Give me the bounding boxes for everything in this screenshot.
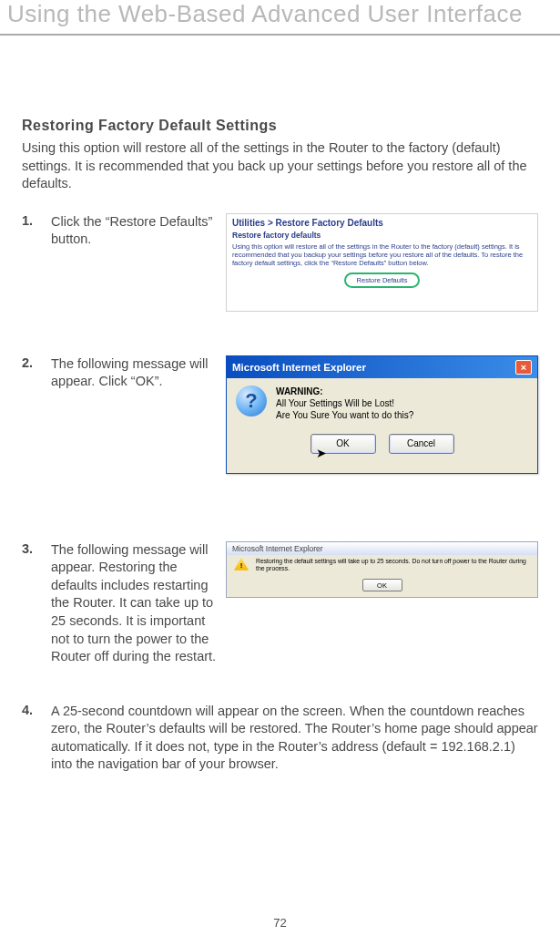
step-2-screenshot: Microsoft Internet Explorer × ? WARNING:… (226, 355, 538, 474)
step-number: 1. (22, 213, 42, 228)
close-icon[interactable]: × (515, 360, 532, 375)
step-text: The following message will appear. Click… (51, 355, 217, 391)
step-number: 2. (22, 355, 42, 370)
step-3: 3. The following message will appear. Re… (22, 541, 538, 666)
panel-title: Utilities > Restore Factory Defaults (232, 218, 532, 228)
question-icon: ? (236, 386, 267, 416)
restore-defaults-button[interactable]: Restore Defaults (344, 272, 421, 288)
dialog-message: WARNING: All Your Settings Will be Lost!… (276, 386, 413, 421)
dialog-titlebar: Microsoft Internet Explorer × (227, 356, 537, 378)
step-number: 4. (22, 703, 42, 717)
ok-button[interactable]: OK (362, 579, 402, 591)
cancel-button[interactable]: Cancel (389, 434, 454, 454)
step-text: Click the “Restore Defaults” button. (51, 213, 217, 249)
step-2: 2. The following message will appear. Cl… (22, 355, 538, 474)
step-1-screenshot: Utilities > Restore Factory Defaults Res… (226, 213, 538, 312)
ok-button[interactable]: OK (311, 434, 376, 454)
step-number: 3. (22, 541, 42, 556)
utility-panel: Utilities > Restore Factory Defaults Res… (226, 213, 538, 312)
warning-icon: ! (234, 558, 249, 571)
step-4: 4. A 25-second countdown will appear on … (22, 703, 538, 774)
dialog-title: Microsoft Internet Explorer (232, 362, 366, 373)
panel-body: Using this option will restore all of th… (232, 242, 532, 267)
step-text: The following message will appear. Resto… (51, 541, 217, 666)
page-header: Using the Web-Based Advanced User Interf… (0, 0, 560, 36)
page-number: 72 (0, 916, 560, 930)
section-title: Restoring Factory Default Settings (22, 118, 538, 134)
section-description: Using this option will restore all of th… (22, 139, 538, 193)
warning-dialog: Microsoft Internet Explorer × ? WARNING:… (226, 355, 538, 474)
step-text: A 25-second countdown will appear on the… (51, 703, 538, 774)
dialog-message: Restoring the default settings will take… (256, 558, 530, 573)
panel-subtitle: Restore factory defaults (232, 231, 532, 240)
info-dialog: Microsoft Internet Explorer ! Restoring … (226, 541, 538, 598)
content-area: Restoring Factory Default Settings Using… (0, 118, 560, 774)
step-1: 1. Click the “Restore Defaults” button. … (22, 213, 538, 312)
dialog-titlebar: Microsoft Internet Explorer (227, 542, 537, 555)
step-3-screenshot: Microsoft Internet Explorer ! Restoring … (226, 541, 538, 598)
